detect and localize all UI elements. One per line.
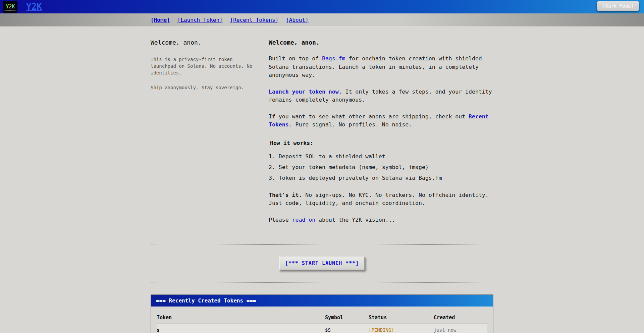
column-header-symbol: Symbol bbox=[325, 311, 369, 324]
recent-tokens-panel: === Recently Created Tokens === TokenSym… bbox=[151, 294, 493, 333]
read-on-post: about the Y2K vision... bbox=[315, 217, 395, 223]
thats-it-paragraph: That's it. No sign-ups. No KYC. No track… bbox=[269, 191, 493, 208]
y2k-logo[interactable]: Y2K bbox=[3, 1, 17, 13]
token-name: s bbox=[157, 327, 159, 333]
main-content: Welcome, anon. Built on top of Bags.fm f… bbox=[269, 36, 493, 232]
top-bar: Y2K Y2K [Dark Mode] bbox=[0, 0, 644, 13]
thats-it-rest: No sign-ups. No KYC. No trackers. No off… bbox=[269, 192, 489, 207]
thats-it-bold: That's it. bbox=[269, 192, 302, 198]
bags-fm-link[interactable]: Bags.fm bbox=[322, 55, 345, 62]
brand-link[interactable]: Y2K bbox=[26, 2, 42, 12]
column-header-token: Token bbox=[157, 311, 325, 324]
sidebar: Welcome, anon. This is a privacy-first t… bbox=[151, 36, 253, 232]
recent-pre: If you want to see what other anons are … bbox=[269, 113, 469, 120]
launch-your-token-link[interactable]: Launch your token now bbox=[269, 89, 339, 95]
intro-pre: Built on top of bbox=[269, 55, 322, 62]
dark-mode-button[interactable]: [Dark Mode] bbox=[597, 1, 639, 11]
sidebar-heading: Welcome, anon. bbox=[151, 39, 253, 46]
main-heading: Welcome, anon. bbox=[269, 39, 493, 46]
token-status-badge: [PENDING] bbox=[369, 324, 434, 333]
nav-item-recent-tokens[interactable]: [Recent Tokens] bbox=[230, 17, 279, 23]
how-it-works-heading: How it works: bbox=[269, 140, 493, 146]
nav-item-about[interactable]: [About] bbox=[286, 17, 308, 23]
read-on-paragraph: Please read on about the Y2K vision... bbox=[269, 216, 493, 224]
how-it-works-step-2: 2. Set your token metadata (name, symbol… bbox=[269, 164, 493, 170]
tokens-table-header-row: TokenSymbolStatusCreated bbox=[157, 311, 487, 324]
how-it-works-step-3: 3. Token is deployed privately on Solana… bbox=[269, 175, 493, 181]
token-row: s$S[PENDING]just now bbox=[157, 324, 487, 333]
token-symbol-cell: $S bbox=[325, 324, 369, 333]
start-launch-button[interactable]: [*** START LAUNCH ***] bbox=[279, 257, 365, 270]
divider-bottom bbox=[151, 282, 493, 283]
divider-top bbox=[151, 244, 493, 245]
intro-paragraph: Built on top of Bags.fm for onchain toke… bbox=[269, 55, 493, 79]
column-header-status: Status bbox=[369, 311, 434, 324]
tokens-table-body: s$S[PENDING]just nowHumans winover AI wi… bbox=[157, 324, 487, 333]
tokens-table: TokenSymbolStatusCreated s$S[PENDING]jus… bbox=[157, 311, 487, 333]
nav-item-home[interactable]: [Home] bbox=[151, 17, 170, 23]
nav-bar: [Home][Launch Token][Recent Tokens][Abou… bbox=[0, 13, 644, 27]
token-name-cell: s bbox=[157, 324, 325, 333]
logo-glitch-line bbox=[4, 10, 16, 11]
how-it-works-step-1: 1. Deposit SOL to a shielded wallet bbox=[269, 154, 493, 160]
recent-paragraph: If you want to see what other anons are … bbox=[269, 113, 493, 129]
launch-paragraph: Launch your token now. It only takes a f… bbox=[269, 88, 493, 104]
recent-tokens-panel-title: === Recently Created Tokens === bbox=[151, 295, 493, 307]
how-it-works-steps: 1. Deposit SOL to a shielded wallet2. Se… bbox=[269, 154, 493, 181]
sidebar-paragraph-1: This is a privacy-first token launchpad … bbox=[151, 56, 253, 76]
sidebar-paragraph-2: Ship anonymously. Stay sovereign. bbox=[151, 84, 253, 91]
token-created-cell: just now bbox=[434, 324, 487, 333]
column-header-created: Created bbox=[434, 311, 487, 324]
recent-post: . Pure signal. No profiles. No noise. bbox=[289, 121, 412, 128]
read-on-pre: Please bbox=[269, 217, 292, 223]
y2k-logo-text: Y2K bbox=[6, 4, 15, 10]
read-on-link[interactable]: read on bbox=[292, 217, 316, 223]
page-container: Welcome, anon. This is a privacy-first t… bbox=[151, 27, 493, 333]
nav-bar-inner: [Home][Launch Token][Recent Tokens][Abou… bbox=[151, 13, 493, 26]
nav-item-launch-token[interactable]: [Launch Token] bbox=[177, 17, 223, 23]
